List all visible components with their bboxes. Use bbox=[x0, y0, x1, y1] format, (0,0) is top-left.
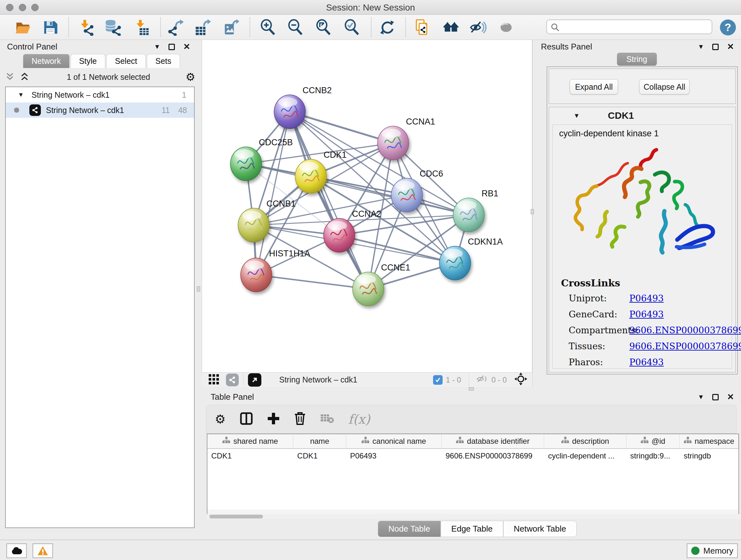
crosslink-link[interactable]: P06493 bbox=[629, 293, 664, 304]
memory-button[interactable]: Memory bbox=[687, 543, 738, 558]
results-panel-close-icon[interactable]: ✕ bbox=[727, 42, 734, 52]
gene-section-collapse-icon[interactable]: ▼ bbox=[574, 112, 580, 119]
function-builder-icon[interactable]: f(x) bbox=[348, 412, 370, 427]
network-row[interactable]: String Network – cdk1 11 48 bbox=[6, 103, 194, 118]
export-table-icon[interactable] bbox=[194, 19, 211, 36]
search-input[interactable] bbox=[546, 19, 712, 34]
table-cell[interactable]: stringdb:9... bbox=[626, 449, 680, 463]
node-CDKN1A[interactable]: CDKN1A bbox=[440, 237, 503, 280]
column-header-description[interactable]: description bbox=[544, 434, 626, 448]
collapse-all-icon[interactable] bbox=[6, 72, 17, 82]
edge-CCNE1-CCNB2[interactable] bbox=[290, 112, 368, 289]
tab-select[interactable]: Select bbox=[106, 54, 145, 68]
collapse-all-button[interactable]: Collapse All bbox=[639, 79, 690, 95]
string-badge-icon[interactable] bbox=[226, 374, 239, 386]
node-CDC25B[interactable]: CDC25B bbox=[230, 138, 293, 181]
edge-CDC6-CDC25B[interactable] bbox=[246, 164, 407, 195]
eye-icon[interactable] bbox=[498, 19, 515, 36]
control-panel-menu-icon[interactable]: ▼ bbox=[154, 43, 160, 51]
refresh-icon[interactable] bbox=[379, 19, 395, 36]
column-header-namespace[interactable]: namespace bbox=[680, 434, 738, 448]
open-session-icon[interactable] bbox=[15, 19, 31, 36]
table-cell[interactable]: cyclin-dependent ... bbox=[544, 449, 626, 463]
edge-CCNB2-CCNA1[interactable] bbox=[290, 112, 393, 143]
save-session-icon[interactable] bbox=[42, 19, 59, 36]
help-button[interactable]: ? bbox=[720, 19, 736, 36]
table-cell[interactable]: CDK1 bbox=[207, 449, 293, 463]
table-cell[interactable]: P06493 bbox=[346, 449, 442, 463]
expand-all-button[interactable]: Expand All bbox=[569, 79, 618, 95]
column-header-name[interactable]: name bbox=[293, 434, 346, 448]
export-image-icon[interactable] bbox=[223, 19, 239, 36]
crosslink-link[interactable]: 9606.ENSP00000378699 bbox=[629, 325, 741, 335]
table-panel-menu-icon[interactable]: ▼ bbox=[697, 393, 704, 401]
fit-crosshair-icon[interactable] bbox=[515, 373, 527, 387]
column-header-shared-name[interactable]: shared name bbox=[207, 434, 293, 448]
zoom-fit-icon[interactable] bbox=[315, 19, 332, 36]
node-HIST1H1A[interactable]: HIST1H1A bbox=[241, 249, 310, 292]
tab-network[interactable]: Network bbox=[23, 54, 70, 68]
collection-expand-icon[interactable]: ▼ bbox=[18, 91, 24, 98]
results-panel-float-icon[interactable] bbox=[712, 44, 719, 50]
node-CDC6[interactable]: CDC6 bbox=[391, 169, 443, 212]
node-RB1[interactable]: RB1 bbox=[453, 189, 498, 232]
string-network-graph[interactable]: CCNB2CCNA1CDC25BCDK1CDC6RB1CCNB1CCNA2CDK… bbox=[202, 40, 532, 372]
open-in-window-icon[interactable] bbox=[248, 373, 261, 387]
column-header--id[interactable]: @id bbox=[626, 434, 680, 448]
show-columns-icon[interactable] bbox=[240, 412, 253, 427]
crosslink-link[interactable]: P06493 bbox=[629, 309, 664, 320]
control-panel-close-icon[interactable]: ✕ bbox=[183, 42, 190, 52]
results-tab-string[interactable]: String bbox=[617, 53, 657, 66]
tab-network-table[interactable]: Network Table bbox=[503, 521, 577, 537]
selected-checkbox-icon[interactable] bbox=[433, 375, 443, 385]
scrollbar-thumb[interactable] bbox=[209, 515, 263, 518]
network-canvas[interactable]: CCNB2CCNA1CDC25BCDK1CDC6RB1CCNB1CCNA2CDK… bbox=[202, 40, 532, 372]
tab-sets[interactable]: Sets bbox=[147, 54, 180, 68]
network-collection-row[interactable]: ▼ String Network – cdk1 1 bbox=[6, 87, 194, 103]
delete-column-icon[interactable] bbox=[294, 412, 306, 427]
expand-all-icon[interactable] bbox=[20, 72, 31, 82]
zoom-out-icon[interactable] bbox=[287, 19, 304, 36]
hide-unhide-icon[interactable] bbox=[470, 19, 487, 36]
add-column-icon[interactable] bbox=[267, 412, 280, 426]
crosslink-link[interactable]: 9606.ENSP00000378699 bbox=[629, 341, 741, 352]
import-network-file-icon[interactable] bbox=[78, 19, 94, 36]
node-CCNE1[interactable]: CCNE1 bbox=[353, 263, 410, 306]
import-table-file-icon[interactable] bbox=[133, 19, 150, 36]
node-CCNA1[interactable]: CCNA1 bbox=[378, 117, 435, 160]
table-options-gear-icon[interactable]: ⚙ bbox=[215, 412, 226, 426]
horizontal-splitter-handle[interactable] bbox=[469, 387, 474, 390]
homes-icon[interactable] bbox=[443, 19, 459, 36]
delete-table-icon[interactable] bbox=[320, 413, 334, 425]
left-splitter-handle[interactable] bbox=[197, 287, 200, 292]
birdseye-grid-icon[interactable] bbox=[208, 373, 220, 387]
hidden-eye-slash-icon[interactable] bbox=[477, 374, 488, 386]
results-panel-menu-icon[interactable]: ▼ bbox=[697, 43, 704, 51]
network-options-gear-icon[interactable]: ⚙ bbox=[186, 71, 195, 83]
table-panel-close-icon[interactable]: ✕ bbox=[727, 392, 734, 402]
control-panel-float-icon[interactable] bbox=[169, 44, 175, 50]
edge-CCNE1-HIST1H1A[interactable] bbox=[256, 275, 368, 289]
column-header-database-identifier[interactable]: database identifier bbox=[442, 434, 544, 448]
right-splitter-handle[interactable] bbox=[531, 209, 534, 214]
zoom-selected-icon[interactable] bbox=[344, 19, 360, 36]
table-cell[interactable]: stringdb bbox=[680, 449, 738, 463]
column-header-canonical-name[interactable]: canonical name bbox=[346, 434, 442, 448]
table-cell[interactable]: 9606.ENSP00000378699 bbox=[442, 449, 544, 463]
node-CDK1[interactable]: CDK1 bbox=[295, 150, 347, 193]
tab-node-table[interactable]: Node Table bbox=[378, 521, 441, 537]
crosslink-link[interactable]: P06493 bbox=[629, 357, 664, 368]
warning-button[interactable] bbox=[32, 543, 53, 558]
cloud-button[interactable] bbox=[6, 543, 27, 558]
export-network-icon[interactable] bbox=[167, 19, 184, 36]
table-row[interactable]: CDK1CDK1P064939606.ENSP00000378699cyclin… bbox=[207, 449, 738, 463]
table-panel-float-icon[interactable] bbox=[712, 394, 719, 400]
import-network-database-icon[interactable] bbox=[105, 19, 121, 36]
tab-edge-table[interactable]: Edge Table bbox=[441, 521, 503, 537]
tab-style[interactable]: Style bbox=[71, 54, 106, 68]
copy-network-icon[interactable] bbox=[414, 19, 430, 36]
table-tabs: Node TableEdge TableNetwork Table bbox=[378, 521, 577, 537]
table-horizontal-scrollbar[interactable] bbox=[207, 514, 741, 519]
table-cell[interactable]: CDK1 bbox=[293, 449, 346, 463]
zoom-in-icon[interactable] bbox=[260, 19, 276, 36]
